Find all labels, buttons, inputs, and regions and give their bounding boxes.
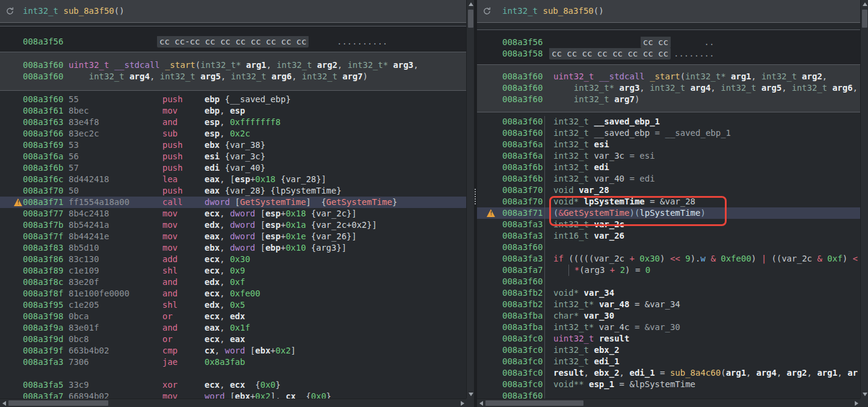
code-text[interactable]: esp, 0xfffffff8 xyxy=(205,117,466,128)
token[interactable]: int32_t* xyxy=(553,322,594,332)
token[interactable]: 0xf xyxy=(230,277,245,287)
token[interactable]: = xyxy=(655,368,670,378)
code-text[interactable]: void* lpSystemTime = &var_28 xyxy=(544,196,860,207)
token[interactable]: 2 xyxy=(620,265,625,275)
code-text[interactable] xyxy=(69,368,466,379)
address[interactable]: 008a3fa7 xyxy=(23,391,69,399)
token[interactable]: var_26 xyxy=(594,231,624,240)
mnemonic[interactable]: mov xyxy=(162,208,205,219)
token[interactable]: , xyxy=(620,368,630,378)
code-text[interactable]: esi {var_3c} xyxy=(205,151,466,162)
token[interactable]: ebx_2 xyxy=(594,368,619,378)
token[interactable]: edi xyxy=(594,162,609,172)
byte-chip[interactable]: cc cc xyxy=(641,37,671,48)
mnemonic[interactable]: sub xyxy=(162,128,205,139)
token[interactable]: arg6 xyxy=(833,83,853,93)
token[interactable]: var_28 xyxy=(579,185,609,195)
token[interactable]: void** xyxy=(553,379,584,389)
mnemonic[interactable]: and xyxy=(162,277,205,288)
code-text[interactable]: ebp {__saved_ebp} xyxy=(205,94,466,105)
token[interactable] xyxy=(797,72,802,81)
token[interactable] xyxy=(266,72,271,81)
mnemonic[interactable]: shl xyxy=(162,299,205,311)
token[interactable]: + xyxy=(610,265,615,275)
token[interactable]: uint32_t xyxy=(69,60,109,70)
token[interactable] xyxy=(69,72,89,81)
token[interactable]: , xyxy=(852,83,857,93)
token[interactable] xyxy=(584,379,589,389)
token[interactable]: < xyxy=(852,254,857,263)
token[interactable]: esp xyxy=(235,174,250,184)
address[interactable]: 008a3f60 xyxy=(502,94,544,105)
address[interactable]: 008a3f6b xyxy=(502,173,544,185)
mnemonic[interactable]: lea xyxy=(162,174,205,185)
disasm-row[interactable]: 008a3f89c1e109shlecx, 0x9 xyxy=(0,265,466,277)
token[interactable] xyxy=(220,151,224,161)
address[interactable]: 008a3f7f xyxy=(23,231,69,242)
token[interactable]: dword xyxy=(230,231,255,241)
code-text[interactable]: if (((((var_2c + 0x30) << 9).w & 0xfe00)… xyxy=(544,253,860,265)
hlil-row[interactable]: 008a3f60int32_t __saved_ebp = __saved_eb… xyxy=(477,127,860,139)
address[interactable]: 008a3f60 xyxy=(23,94,69,105)
token[interactable]: ) xyxy=(635,94,639,104)
disasm-row[interactable] xyxy=(0,368,466,379)
token[interactable]: , xyxy=(746,368,756,378)
token[interactable]: , xyxy=(220,220,230,230)
token[interactable]: () xyxy=(114,6,125,16)
code-text[interactable]: void var_28 xyxy=(544,185,860,196)
token[interactable]: = &var_28 xyxy=(645,197,695,206)
token[interactable] xyxy=(220,163,224,173)
token[interactable]: , xyxy=(220,106,230,115)
token[interactable]: {var_2c+0x2} xyxy=(311,220,372,230)
address[interactable]: 008a3f6b xyxy=(502,162,544,173)
code-text[interactable]: int32_t* var_4c = &var_30 xyxy=(544,322,860,333)
disasm-row[interactable]: 008a3f7f8b44241emoveax, dword [esp+0x1e … xyxy=(0,231,466,242)
token[interactable]: __stdcall xyxy=(114,60,160,70)
token[interactable]: , xyxy=(220,323,230,332)
token[interactable]: uint32_t xyxy=(553,72,594,81)
token[interactable]: = &var_34 xyxy=(629,299,680,309)
address[interactable]: 008a3fba xyxy=(502,322,544,333)
instruction-bytes[interactable]: ff1554a18a00 xyxy=(69,197,162,208)
token[interactable]: arg2 xyxy=(802,72,822,81)
mnemonic[interactable]: mov xyxy=(162,391,205,399)
token[interactable]: [ xyxy=(255,243,265,252)
disasm-row[interactable]: 008a3f7050pusheax {var_28} {lpSystemTime… xyxy=(0,185,466,197)
disasm-row[interactable]: 008a3f8f81e100fe0000andecx, 0xfe00 xyxy=(0,288,466,299)
token[interactable] xyxy=(109,60,114,70)
hlil-row[interactable]: 008a3fa3int32_t var_2c xyxy=(477,219,860,230)
token[interactable]: eax xyxy=(205,323,220,332)
scroll-down-button[interactable] xyxy=(861,390,868,399)
token[interactable]: 0x0 xyxy=(260,380,275,390)
refresh-icon[interactable] xyxy=(5,7,14,16)
code-text[interactable]: ecx, edx xyxy=(205,311,466,322)
token[interactable]: if xyxy=(553,254,564,263)
token[interactable]: ecx xyxy=(205,334,220,344)
token[interactable]: arg4 xyxy=(691,83,711,93)
scroll-left-button[interactable] xyxy=(0,399,8,407)
token[interactable]: ) xyxy=(700,208,705,218)
token[interactable]: arg1 xyxy=(731,72,751,81)
token[interactable]: [ xyxy=(225,391,235,399)
hlil-row[interactable]: 008a3f6bint32_t edi xyxy=(477,162,860,173)
disasm-row[interactable]: 008a3f9d0bc8orecx, eax xyxy=(0,334,466,345)
address[interactable]: 008a3f56 xyxy=(23,36,69,47)
token[interactable]: { xyxy=(296,391,311,399)
token[interactable]: << xyxy=(670,254,680,263)
instruction-bytes[interactable]: 55 xyxy=(69,94,162,105)
address[interactable]: 008a3f9a xyxy=(23,322,69,334)
token[interactable]: int32_t xyxy=(553,174,589,183)
token[interactable] xyxy=(827,83,832,93)
code-text[interactable]: int32_t var_2c xyxy=(544,219,860,230)
token[interactable] xyxy=(614,83,619,93)
token[interactable]: {var_40} xyxy=(225,163,265,173)
scroll-left-button[interactable] xyxy=(477,399,485,407)
token[interactable]: = &var_30 xyxy=(635,322,680,332)
address[interactable]: 008a3f60 xyxy=(502,82,544,94)
token[interactable]: int32_t xyxy=(762,72,797,81)
token[interactable] xyxy=(220,140,224,150)
token[interactable]: arg2 xyxy=(787,368,807,378)
mnemonic[interactable]: push xyxy=(162,185,205,197)
token[interactable] xyxy=(220,186,224,195)
token[interactable] xyxy=(195,72,200,81)
